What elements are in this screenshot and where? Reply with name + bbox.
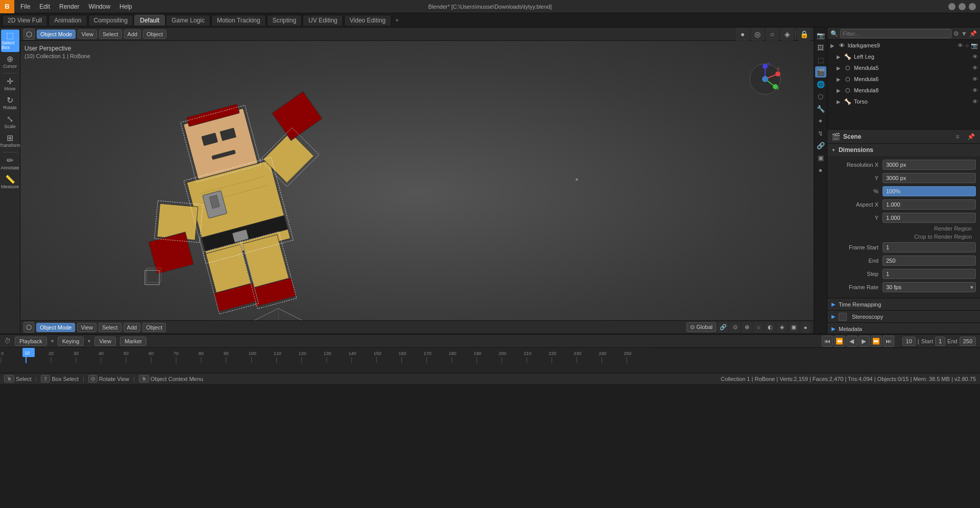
outliner-filter-icon[interactable]: ▼	[961, 30, 967, 37]
viewport-xray[interactable]: ◈	[780, 28, 794, 41]
toolbar-scale[interactable]: ⤡ Scale	[1, 113, 19, 131]
panel-view-layer-icon[interactable]: ⬚	[815, 54, 826, 65]
restrict-icon[interactable]: ○	[965, 42, 969, 48]
outliner-item[interactable]: ▶ ⬡ Mendula5 👁	[827, 62, 980, 73]
show-gizmo-btn[interactable]: ⊕	[742, 322, 752, 333]
panel-scene-icon[interactable]: 🎬	[815, 66, 826, 78]
render-mode-btn[interactable]: ▣	[789, 322, 799, 333]
view-menu[interactable]: View	[78, 30, 97, 39]
object-menu[interactable]: Object	[143, 30, 166, 39]
tab-2dview[interactable]: 2D View Full	[2, 15, 47, 26]
metadata-section[interactable]: ▶ Metadata	[827, 323, 980, 334]
viewport-canvas[interactable]: User Perspective (10) Collection 1 | RoB…	[20, 41, 814, 334]
tab-compositing[interactable]: Compositing	[88, 15, 134, 26]
tab-motiontracking[interactable]: Motion Tracking	[211, 15, 266, 26]
shift-icon[interactable]: ⇧	[41, 375, 50, 383]
pivot-dropdown[interactable]: ⊙ Global	[687, 322, 716, 332]
right-mouse-icon[interactable]: 🖱	[139, 375, 149, 383]
visibility-icon[interactable]: 👁	[958, 42, 963, 48]
next-keyframe-btn[interactable]: ⏩	[871, 336, 882, 347]
outliner-item[interactable]: ▶ 👁 ldarkgames9 👁 ○ 📷	[827, 40, 980, 51]
editor-type-btn[interactable]: ⬡	[23, 29, 35, 40]
view-btn-bottom[interactable]: View	[77, 323, 96, 332]
outliner-pin-icon[interactable]: 📌	[969, 30, 977, 37]
end-frame-input[interactable]: 250	[960, 337, 976, 346]
panel-world-icon[interactable]: 🌐	[815, 79, 826, 90]
scene-settings-btn[interactable]: ≡	[952, 132, 963, 142]
render-restrict-icon[interactable]: 📷	[971, 42, 978, 49]
add-btn-bottom[interactable]: Add	[124, 323, 141, 332]
object-mode-dropdown[interactable]: Object Mode	[37, 30, 76, 39]
viewport-shading-solid[interactable]: ●	[736, 28, 749, 41]
close-btn[interactable]	[969, 3, 976, 10]
panel-physics-icon[interactable]: ↯	[815, 128, 826, 139]
start-frame-input[interactable]: 1	[935, 337, 945, 346]
select-menu[interactable]: Select	[99, 30, 122, 39]
tab-uvediting[interactable]: UV Editing	[303, 15, 343, 26]
menu-window[interactable]: Window	[84, 2, 114, 11]
keying-dropdown-icon[interactable]: ▾	[88, 338, 90, 344]
outliner-search-input[interactable]	[840, 29, 951, 38]
playback-dropdown-icon[interactable]: ▾	[51, 338, 54, 344]
object-mode-btn-bottom[interactable]: Object Mode	[36, 323, 75, 332]
panel-data-icon[interactable]: ▣	[815, 152, 826, 163]
visibility-icon[interactable]: 👁	[972, 98, 978, 105]
outliner-item[interactable]: ▶ 🦴 Left Leg 👁	[827, 51, 980, 62]
playback-btn[interactable]: Playback	[15, 337, 47, 346]
panel-render-icon[interactable]: 📷	[815, 30, 826, 41]
menu-file[interactable]: File	[16, 2, 34, 11]
timeline-ruler[interactable]: 0 10 10 20 30 40 50 60 70 80 90 100	[0, 347, 980, 373]
toolbar-measure[interactable]: 📏 Measure	[1, 173, 19, 191]
visibility-icon[interactable]: 👁	[972, 76, 978, 82]
outliner-item[interactable]: ▶ ⬡ Mendula8 👁	[827, 85, 980, 96]
panel-constraints-icon[interactable]: 🔗	[815, 140, 826, 151]
view-btn-timeline[interactable]: View	[94, 337, 116, 346]
toolbar-transform[interactable]: ⊞ Transform	[1, 132, 19, 150]
jump-start-btn[interactable]: ⏮	[822, 336, 833, 347]
resolution-pct-input[interactable]: 100%	[883, 186, 976, 196]
stereoscopy-section[interactable]: ▶ Stereoscopy	[827, 311, 980, 323]
object-btn-bottom[interactable]: Object	[142, 323, 166, 332]
outliner-item[interactable]: ▶ 🦴 Torso 👁	[827, 96, 980, 107]
viewport-lock-camera[interactable]: 🔒	[797, 28, 811, 41]
resolution-x-input[interactable]: 3000 px	[883, 160, 976, 170]
toolbar-cursor[interactable]: ⊕ Cursor	[1, 53, 19, 71]
blender-logo[interactable]: B	[0, 0, 14, 13]
viewport-shading-rendered[interactable]: ◎	[751, 28, 764, 41]
middle-mouse-icon[interactable]: ⊙	[88, 375, 97, 383]
add-workspace-btn[interactable]: +	[393, 16, 402, 25]
play-reverse-btn[interactable]: ◀	[846, 336, 857, 347]
stereoscopy-checkbox[interactable]	[839, 313, 847, 321]
frame-start-input[interactable]: 1	[883, 242, 976, 252]
dimensions-section-header[interactable]: ▼ Dimensions	[827, 144, 980, 156]
tab-gamelogic[interactable]: Game Logic	[166, 15, 210, 26]
tab-videoediting[interactable]: Video Editing	[344, 15, 391, 26]
frame-end-input[interactable]: 250	[883, 256, 976, 266]
panel-modifier-icon[interactable]: 🔧	[815, 103, 826, 114]
overlay-btn[interactable]: ○	[753, 322, 764, 333]
tab-scripting[interactable]: Scripting	[267, 15, 302, 26]
visibility-icon[interactable]: 👁	[972, 54, 978, 60]
current-frame-display[interactable]: 10	[902, 337, 916, 346]
menu-edit[interactable]: Edit	[35, 2, 54, 11]
left-mouse-icon[interactable]: 🖱	[4, 375, 14, 383]
shading-btn[interactable]: ◐	[765, 322, 775, 333]
keying-btn[interactable]: Keying	[58, 337, 84, 346]
viewport-overlay[interactable]: ○	[766, 28, 779, 41]
menu-help[interactable]: Help	[115, 2, 136, 11]
time-remapping-section[interactable]: ▶ Time Remapping	[827, 298, 980, 311]
aspect-x-input[interactable]: 1.000	[883, 199, 976, 210]
toolbar-move[interactable]: ✛ Move	[1, 75, 19, 93]
frame-rate-dropdown[interactable]: 30 fps	[883, 282, 976, 292]
toolbar-rotate[interactable]: ↻ Rotate	[1, 94, 19, 112]
panel-particles-icon[interactable]: ✦	[815, 115, 826, 126]
visibility-icon[interactable]: 👁	[972, 87, 978, 93]
toolbar-select-box[interactable]: ⬚ Select Box	[1, 30, 19, 52]
proportional-btn[interactable]: ⊙	[730, 322, 740, 333]
editor-type-btn-bottom[interactable]: ⬡	[23, 322, 34, 333]
add-menu[interactable]: Add	[124, 30, 141, 39]
outliner-item[interactable]: ▶ ⬡ Mendula6 👁	[827, 73, 980, 85]
menu-render[interactable]: Render	[55, 2, 83, 11]
minimize-btn[interactable]	[948, 3, 955, 10]
jump-end-btn[interactable]: ⏭	[883, 336, 894, 347]
